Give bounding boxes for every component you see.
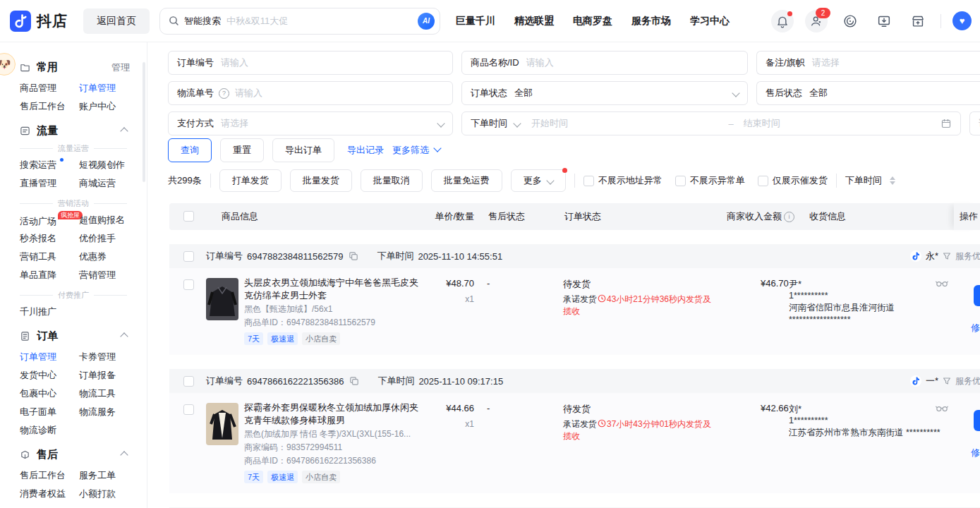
export-orders-button[interactable]: 导出订单: [272, 138, 334, 162]
chevron-up-icon[interactable]: [120, 332, 128, 340]
product-title[interactable]: 探霸者外套男保暖秋冬立领加绒加厚休闲夹克青年绒款修身棒球服男: [244, 401, 422, 427]
sidebar-item-售后工作台[interactable]: 售后工作台: [20, 466, 79, 485]
nav-item-服务市场[interactable]: 服务市场: [631, 15, 671, 28]
checkbox-box[interactable]: [758, 176, 768, 186]
sidebar-item-服务工单[interactable]: 服务工单: [79, 466, 147, 485]
sidebar-item-物流诊断[interactable]: 物流诊断: [20, 421, 79, 440]
sidebar-item-优惠券[interactable]: 优惠券: [79, 248, 147, 266]
more-filter-link[interactable]: 更多筛选: [392, 144, 440, 157]
sidebar-item-label: 营销管理: [79, 270, 116, 280]
order-status-select[interactable]: 订单状态 全部: [461, 81, 748, 105]
sidebar-item-订单管理[interactable]: 订单管理: [20, 348, 79, 366]
back-home-button[interactable]: 返回首页: [83, 8, 150, 34]
funnel-icon[interactable]: [943, 377, 951, 385]
sidebar-item-售后工作台[interactable]: 售后工作台: [20, 97, 79, 116]
ship-action-button[interactable]: [974, 410, 980, 431]
sidebar-item-订单管理[interactable]: 订单管理: [79, 79, 147, 97]
product-name-filter[interactable]: 商品名称/ID 请输入: [461, 51, 748, 75]
query-button[interactable]: 查询: [168, 138, 212, 162]
reset-button[interactable]: 重置: [220, 138, 264, 162]
pay-method-select[interactable]: 支付方式 请选择: [168, 111, 453, 135]
sidebar-item-包裹中心[interactable]: 包裹中心: [20, 385, 79, 403]
sidebar-item-营销管理[interactable]: 营销管理: [79, 266, 147, 284]
download-client-icon[interactable]: [873, 10, 895, 32]
funnel-icon[interactable]: [943, 252, 951, 260]
order-row-checkbox[interactable]: [183, 279, 194, 290]
product-title[interactable]: 头层皮衣男立领加绒海宁中年爸爸黑毛皮夹克仿绵羊皮男士外套: [244, 277, 422, 302]
more-button[interactable]: 更多: [511, 169, 566, 192]
info-icon[interactable]: i: [784, 212, 794, 222]
sidebar-item-短视频创作[interactable]: 短视频创作: [79, 156, 147, 174]
sidebar-item-订单报备[interactable]: 订单报备: [79, 366, 147, 385]
app-logo[interactable]: 抖店: [10, 11, 68, 32]
modify-address-link[interactable]: 修改地址: [971, 447, 980, 459]
product-image[interactable]: [206, 278, 238, 320]
ship-action-button[interactable]: [974, 285, 980, 306]
sidebar-item-物流服务[interactable]: 物流服务: [79, 403, 147, 421]
sidebar-item-活动广场[interactable]: 活动广场疯抢屋: [20, 211, 79, 229]
order-id-filter[interactable]: 订单编号 请输入: [168, 51, 453, 75]
remark-flag-filter[interactable]: 备注/旗帜 请选择: [756, 51, 980, 75]
contacts-icon[interactable]: 2: [805, 10, 828, 32]
modify-address-link[interactable]: 修改地址: [971, 322, 980, 334]
sidebar-item-直播管理[interactable]: 直播管理: [20, 174, 79, 193]
batch-button-打单发货[interactable]: 打单发货: [219, 169, 282, 192]
sidebar-item-秒杀报名[interactable]: 秒杀报名: [20, 229, 79, 248]
sidebar-item-卡券管理[interactable]: 卡券管理: [79, 348, 147, 366]
batch-button-批量发货[interactable]: 批量发货: [290, 169, 352, 192]
product-image[interactable]: [206, 403, 238, 445]
sidebar-item-消费者权益[interactable]: 消费者权益: [20, 485, 79, 503]
batch-button-批量免运费[interactable]: 批量免运费: [431, 169, 502, 192]
chevron-up-icon[interactable]: [120, 127, 128, 135]
extra-filter[interactable]: 请选择: [969, 111, 980, 135]
sidebar-item-小额打款[interactable]: 小额打款: [79, 485, 147, 503]
order-checkbox[interactable]: [183, 251, 194, 262]
sidebar-item-电子面单[interactable]: 电子面单: [20, 403, 79, 421]
tracking-number-filter[interactable]: 物流单号 ? 请输入: [168, 81, 453, 105]
sidebar-item-商品管理[interactable]: 商品管理: [20, 79, 79, 97]
copy-icon[interactable]: [349, 251, 358, 261]
compass-icon[interactable]: [839, 10, 861, 32]
nav-item-精选联盟[interactable]: 精选联盟: [514, 15, 554, 28]
checkbox-仅展示催发货[interactable]: 仅展示催发货: [758, 174, 828, 187]
buyer-name[interactable]: 一*: [926, 375, 938, 387]
sidebar-item-搜索运营[interactable]: 搜索运营: [20, 156, 79, 174]
section-action[interactable]: 管理: [111, 61, 130, 74]
sidebar-item-账户中心[interactable]: 账户中心: [79, 97, 147, 116]
checkbox-box[interactable]: [583, 176, 594, 186]
sidebar-item-千川推广[interactable]: 千川推广: [20, 303, 79, 321]
sidebar-item-物流工具[interactable]: 物流工具: [79, 385, 147, 403]
sidebar-item-单品直降[interactable]: 单品直降: [20, 266, 79, 284]
checkbox-不展示异常单[interactable]: 不展示异常单: [675, 174, 745, 187]
export-record-link[interactable]: 导出记录: [347, 144, 384, 157]
checkbox-不展示地址异常[interactable]: 不展示地址异常: [583, 174, 663, 187]
nav-item-学习中心[interactable]: 学习中心: [690, 15, 730, 28]
order-time-range[interactable]: 下单时间 开始时间 – 结束时间: [461, 111, 961, 135]
order-row-checkbox[interactable]: [183, 404, 194, 415]
ai-search-icon[interactable]: AI: [418, 13, 435, 30]
view-masked-info-icon[interactable]: [936, 404, 948, 412]
chevron-up-icon[interactable]: [120, 451, 128, 459]
nav-item-电商罗盘[interactable]: 电商罗盘: [573, 15, 612, 28]
sort-by-order-time[interactable]: 下单时间: [845, 174, 895, 188]
sidebar-item-超值购报名[interactable]: 超值购报名: [79, 211, 147, 229]
select-all-checkbox[interactable]: [183, 211, 194, 222]
search-input[interactable]: 智能搜索 中秋&双11大促 AI: [159, 8, 440, 35]
sidebar-item-label: 订单管理: [79, 83, 116, 93]
batch-button-批量取消[interactable]: 批量取消: [361, 169, 423, 192]
sidebar-item-优价推手[interactable]: 优价推手: [79, 229, 147, 248]
sidebar-item-营销工具[interactable]: 营销工具: [20, 248, 79, 266]
copy-icon[interactable]: [349, 376, 359, 386]
shop-icon[interactable]: [907, 10, 929, 32]
aftersale-status-select[interactable]: 售后状态 全部: [756, 81, 980, 105]
customer-service-avatar[interactable]: ♥: [952, 11, 972, 30]
order-checkbox[interactable]: [183, 376, 194, 387]
notification-bell-icon[interactable]: [771, 10, 794, 32]
view-masked-info-icon[interactable]: [936, 279, 948, 287]
buyer-name[interactable]: 永*: [926, 250, 938, 262]
nav-item-巨量千川[interactable]: 巨量千川: [456, 15, 495, 28]
sidebar-item-商城运营[interactable]: 商城运营: [79, 174, 147, 193]
help-icon[interactable]: ?: [219, 88, 229, 99]
sidebar-item-发货中心[interactable]: 发货中心: [20, 366, 79, 385]
checkbox-box[interactable]: [675, 176, 686, 186]
